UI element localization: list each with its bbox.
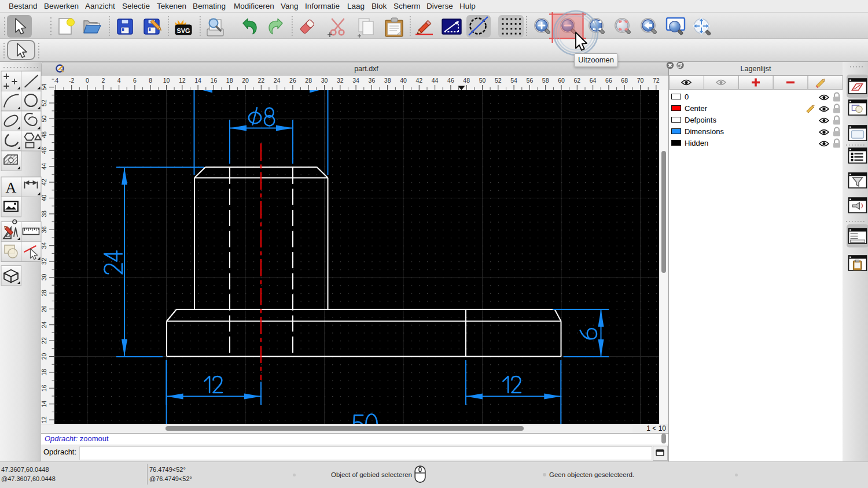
svg-text:46: 46 bbox=[447, 77, 454, 84]
svg-text:60: 60 bbox=[558, 77, 565, 84]
svg-text:68: 68 bbox=[621, 77, 628, 84]
svg-text:16: 16 bbox=[211, 77, 218, 84]
svg-text:64: 64 bbox=[590, 77, 597, 84]
svg-text:24: 24 bbox=[274, 77, 281, 84]
svg-text:30: 30 bbox=[321, 77, 328, 84]
svg-text:48: 48 bbox=[463, 77, 470, 84]
svg-text:50: 50 bbox=[479, 77, 486, 84]
svg-text:56: 56 bbox=[527, 77, 534, 84]
svg-text:52: 52 bbox=[495, 77, 502, 84]
svg-text:72: 72 bbox=[653, 77, 660, 84]
svg-text:26: 26 bbox=[289, 77, 296, 84]
svg-text:44: 44 bbox=[432, 77, 439, 84]
svg-text:2: 2 bbox=[101, 77, 105, 84]
svg-text:54: 54 bbox=[510, 77, 517, 84]
svg-text:6: 6 bbox=[133, 77, 137, 84]
svg-text:10: 10 bbox=[163, 77, 170, 84]
svg-text:38: 38 bbox=[384, 77, 391, 84]
svg-text:12: 12 bbox=[41, 416, 47, 423]
svg-text:18: 18 bbox=[226, 77, 233, 84]
svg-text:70: 70 bbox=[637, 77, 644, 84]
svg-text:58: 58 bbox=[542, 77, 549, 84]
svg-text:A: A bbox=[6, 179, 17, 196]
svg-text:0: 0 bbox=[86, 77, 89, 84]
svg-text:20: 20 bbox=[242, 77, 249, 84]
svg-text:36: 36 bbox=[369, 77, 376, 84]
svg-text:22: 22 bbox=[258, 77, 264, 84]
svg-text:12: 12 bbox=[179, 77, 186, 84]
svg-text:4: 4 bbox=[117, 77, 121, 84]
svg-text:14: 14 bbox=[194, 77, 201, 84]
svg-text:28: 28 bbox=[305, 77, 312, 84]
svg-text:66: 66 bbox=[605, 77, 612, 84]
svg-text:32: 32 bbox=[337, 77, 344, 84]
svg-text:62: 62 bbox=[573, 77, 580, 84]
svg-text:40: 40 bbox=[400, 77, 407, 84]
svg-text:SVG: SVG bbox=[176, 27, 190, 34]
svg-text:42: 42 bbox=[415, 77, 422, 84]
svg-text:8: 8 bbox=[149, 77, 152, 84]
svg-text:-2: -2 bbox=[69, 77, 74, 84]
svg-text:34: 34 bbox=[352, 77, 359, 84]
